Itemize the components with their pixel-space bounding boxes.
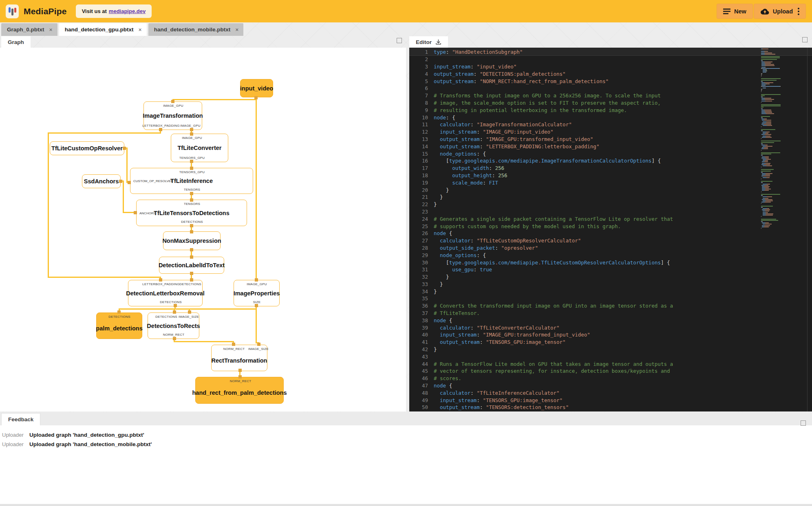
input-port-label: IMAGE_GPU xyxy=(247,282,267,286)
feedback-tab-label: Feedback xyxy=(8,416,33,422)
node-title: NonMaxSuppression xyxy=(162,238,221,244)
new-button[interactable]: New xyxy=(717,4,753,19)
editor-scrollbar[interactable] xyxy=(807,48,808,411)
code-line[interactable]: 3input_stream: "input_video" xyxy=(409,63,812,70)
code-line[interactable]: 37# TfLiteTensor. xyxy=(409,310,812,317)
code-line[interactable]: 4output_stream: "DETECTIONS:palm_detecti… xyxy=(409,70,812,77)
code-line[interactable]: 18 output_height: 256 xyxy=(409,172,812,179)
tab-editor[interactable]: Editor xyxy=(409,36,448,48)
input-port-label: TENSORS xyxy=(184,202,200,206)
graph-node-TfLiteTensorsToDetections[interactable]: TfLiteTensorsToDetectionsTENSORSDETECTIO… xyxy=(136,200,247,226)
graph-node-ImageTransformation[interactable]: ImageTransformationIMAGE_GPULETTERBOX_PA… xyxy=(143,101,202,130)
graph-node-NonMaxSuppression[interactable]: NonMaxSuppression xyxy=(163,231,221,250)
port-square xyxy=(174,304,177,307)
graph-node-SsdAnchors[interactable]: SsdAnchors xyxy=(82,174,121,188)
more-options-icon[interactable] xyxy=(798,8,799,15)
graph-node-ImageProperties[interactable]: ImagePropertiesIMAGE_GPUSIZE xyxy=(234,280,280,306)
graph-node-DetectionsToRects[interactable]: DetectionsToRectsDETECTIONSIMAGE_SIZENOR… xyxy=(148,312,199,339)
code-line[interactable]: 22} xyxy=(409,201,812,208)
code-line[interactable]: 24# Generates a single side packet conta… xyxy=(409,215,812,222)
code-line[interactable]: 26node { xyxy=(409,230,812,237)
input-port-label: TENSORS_GPU xyxy=(179,170,205,174)
graph-node-input_video[interactable]: input_video xyxy=(240,79,273,97)
code-line[interactable]: 29 node_options: { xyxy=(409,251,812,259)
code-line[interactable]: 50 output_stream: "TENSORS:detection_ten… xyxy=(409,404,812,411)
file-tab-Graph_0.pbtxt[interactable]: Graph_0.pbtxt× xyxy=(1,23,57,36)
close-icon[interactable]: × xyxy=(138,26,141,33)
graph-node-RectTransformation[interactable]: RectTransformationNORM_RECTIMAGE_SIZE xyxy=(211,345,267,371)
file-tab-hand_detection_mobile.pbtxt[interactable]: hand_detection_mobile.pbtxt× xyxy=(148,23,244,36)
code-line[interactable]: 47node { xyxy=(409,382,812,389)
graph-panel-expand-icon[interactable] xyxy=(397,38,402,43)
minimap[interactable] xyxy=(761,48,799,407)
port-square xyxy=(255,304,258,307)
input-port-label: IMAGE_GPU xyxy=(163,104,183,108)
code-line[interactable]: 35 xyxy=(409,295,812,302)
code-line[interactable]: 32 } xyxy=(409,273,812,281)
mediapipe-dev-link[interactable]: mediapipe.dev xyxy=(109,8,146,14)
code-line[interactable]: 49 input_stream: "TENSORS_GPU:image_tens… xyxy=(409,396,812,404)
code-line[interactable]: 40 input_stream: "IMAGE_GPU:transformed_… xyxy=(409,331,812,339)
code-line[interactable]: 44# Runs a TensorFlow Lite model on GPU … xyxy=(409,360,812,367)
output-port-label: DETECTIONS xyxy=(160,300,182,304)
code-line[interactable]: 5output_stream: "NORM_RECT:hand_rect_fro… xyxy=(409,77,812,85)
code-line[interactable]: 42} xyxy=(409,346,812,353)
code-line[interactable]: 45# vector of tensors representing, for … xyxy=(409,367,812,375)
code-line[interactable]: 36# Converts the transformed input image… xyxy=(409,302,812,310)
code-line[interactable]: 23 xyxy=(409,208,812,216)
logo-bar-gray xyxy=(11,9,13,15)
code-line[interactable]: 30 [type.googleapis.com/mediapipe.TfLite… xyxy=(409,259,812,266)
code-line[interactable]: 39 calculator: "TfLiteConverterCalculato… xyxy=(409,324,812,331)
code-line[interactable]: 51 input_side_packet: "CUSTOM_OP_RESOLVE… xyxy=(409,411,812,411)
graph-node-DetectionLetterboxRemoval[interactable]: DetectionLetterboxRemovalLETTERBOX_PADDI… xyxy=(128,280,203,306)
feedback-panel-expand-icon[interactable] xyxy=(801,420,806,426)
list-icon xyxy=(723,9,730,14)
code-line[interactable]: 16 [type.googleapis.com/mediapipe.ImageT… xyxy=(409,157,812,165)
editor-panel-expand-icon[interactable] xyxy=(802,37,808,42)
code-line[interactable]: 8# image, the scale_mode option is set t… xyxy=(409,99,812,107)
code-line[interactable]: 17 output_width: 256 xyxy=(409,165,812,172)
code-line[interactable]: 7# Transforms the input image on GPU to … xyxy=(409,92,812,99)
code-line[interactable]: 43 xyxy=(409,353,812,360)
tab-graph[interactable]: Graph xyxy=(1,36,31,48)
graph-node-TfLiteCustomOpResolver[interactable]: TfLiteCustomOpResolver xyxy=(50,141,124,155)
code-line[interactable]: 6 xyxy=(409,85,812,92)
code-line[interactable]: 11 calculator: "ImageTransformationCalcu… xyxy=(409,121,812,128)
code-line[interactable]: 13 output_stream: "IMAGE_GPU:transformed… xyxy=(409,136,812,143)
code-line[interactable]: 2 xyxy=(409,56,812,63)
code-line[interactable]: 19 scale_mode: FIT xyxy=(409,179,812,186)
node-title: DetectionsToRects xyxy=(147,323,200,329)
code-line[interactable]: 12 input_stream: "IMAGE_GPU:input_video" xyxy=(409,128,812,136)
code-editor[interactable]: 1type: "HandDetectionSubgraph"23input_st… xyxy=(409,48,812,411)
code-line[interactable]: 48 calculator: "TfLiteInferenceCalculato… xyxy=(409,389,812,396)
graph-node-DetectionLabelIdToText[interactable]: DetectionLabelIdToText xyxy=(159,257,224,274)
code-line[interactable]: 34} xyxy=(409,288,812,295)
code-line[interactable]: 21 } xyxy=(409,194,812,201)
close-icon[interactable]: × xyxy=(49,26,53,33)
graph-node-TfLiteInference[interactable]: TfLiteInferenceTENSORS_GPUTENSORSCUSTOM_… xyxy=(130,168,253,194)
code-line[interactable]: 25# supports custom ops needed by the mo… xyxy=(409,222,812,230)
graph-node-palm_detections[interactable]: palm_detectionsDETECTIONS xyxy=(96,312,142,339)
code-line[interactable]: 15 node_options: { xyxy=(409,150,812,157)
upload-button[interactable]: Upload xyxy=(754,4,806,19)
code-line[interactable]: 31 use_gpu: true xyxy=(409,266,812,273)
code-line[interactable]: 1type: "HandDetectionSubgraph" xyxy=(409,48,812,56)
code-line[interactable]: 9# resulting in potential letterboxing i… xyxy=(409,106,812,114)
bottom-scrollbar[interactable] xyxy=(0,504,812,506)
code-line[interactable]: 14 output_stream: "LETTERBOX_PADDING:let… xyxy=(409,143,812,150)
code-line[interactable]: 41 output_stream: "TENSORS_GPU:image_ten… xyxy=(409,339,812,346)
graph-node-TfLiteConverter[interactable]: TfLiteConverterIMAGE_GPUTENSORS_GPU xyxy=(171,134,228,162)
code-line[interactable]: 20 } xyxy=(409,186,812,194)
code-line[interactable]: 10node: { xyxy=(409,114,812,121)
close-icon[interactable]: × xyxy=(235,26,238,33)
graph-node-hand_rect_from_palm_detections[interactable]: hand_rect_from_palm_detectionsNORM_RECT xyxy=(195,377,284,404)
code-line[interactable]: 46# scores. xyxy=(409,375,812,382)
file-tab-hand_detection_gpu.pbtxt[interactable]: hand_detection_gpu.pbtxt× xyxy=(59,23,147,36)
uploader-label: Uploader xyxy=(0,441,29,447)
code-line[interactable]: 27 calculator: "TfLiteCustomOpResolverCa… xyxy=(409,237,812,244)
download-icon[interactable] xyxy=(435,39,441,45)
code-line[interactable]: 33 } xyxy=(409,281,812,288)
code-line[interactable]: 38node { xyxy=(409,317,812,324)
code-line[interactable]: 28 output_side_packet: "opresolver" xyxy=(409,244,812,252)
tab-feedback[interactable]: Feedback xyxy=(1,413,40,425)
